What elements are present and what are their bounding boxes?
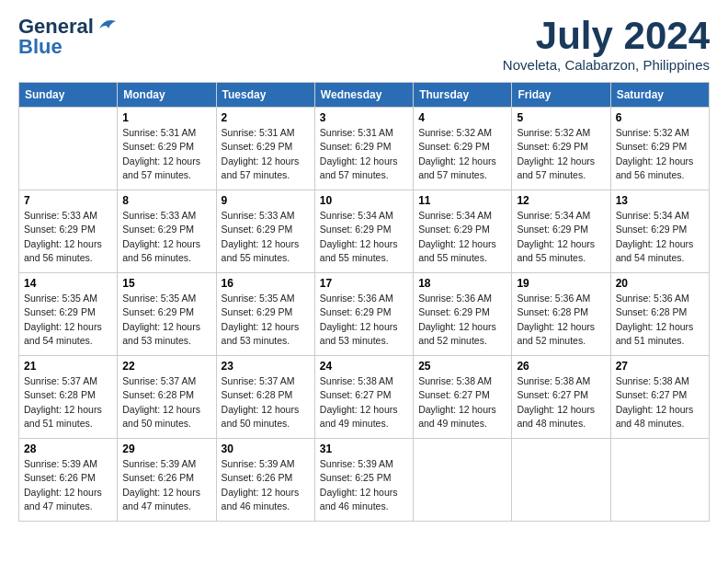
month-title: July 2024 [503,15,710,57]
day-info: Sunrise: 5:35 AMSunset: 6:29 PMDaylight:… [24,292,112,348]
day-cell: 28Sunrise: 5:39 AMSunset: 6:26 PMDayligh… [19,439,118,522]
day-number: 23 [222,360,310,373]
day-number: 8 [122,194,210,207]
day-cell: 12Sunrise: 5:34 AMSunset: 6:29 PMDayligh… [512,190,610,273]
day-number: 15 [122,277,210,290]
header-friday: Friday [512,83,610,108]
day-cell: 13Sunrise: 5:34 AMSunset: 6:29 PMDayligh… [610,190,709,273]
header-wednesday: Wednesday [314,83,413,108]
day-cell [19,108,118,190]
header-thursday: Thursday [414,83,512,108]
day-number: 16 [222,277,310,290]
day-info: Sunrise: 5:38 AMSunset: 6:27 PMDaylight:… [320,374,408,431]
day-info: Sunrise: 5:37 AMSunset: 6:28 PMDaylight:… [24,374,112,431]
day-number: 22 [122,360,210,373]
day-cell: 26Sunrise: 5:38 AMSunset: 6:27 PMDayligh… [512,356,610,439]
day-info: Sunrise: 5:38 AMSunset: 6:27 PMDaylight:… [517,374,605,431]
day-info: Sunrise: 5:31 AMSunset: 6:29 PMDaylight:… [320,126,408,182]
day-number: 6 [616,111,704,124]
day-cell: 29Sunrise: 5:39 AMSunset: 6:26 PMDayligh… [118,439,216,522]
day-number: 4 [418,111,506,124]
week-row-1: 1Sunrise: 5:31 AMSunset: 6:29 PMDaylight… [19,108,710,190]
week-row-3: 14Sunrise: 5:35 AMSunset: 6:29 PMDayligh… [19,273,710,356]
title-area: July 2024 Noveleta, Calabarzon, Philippi… [503,15,710,73]
day-number: 27 [616,360,704,373]
day-info: Sunrise: 5:31 AMSunset: 6:29 PMDaylight:… [122,126,210,182]
logo-blue: Blue [18,35,63,59]
day-cell: 16Sunrise: 5:35 AMSunset: 6:29 PMDayligh… [216,273,314,356]
day-info: Sunrise: 5:31 AMSunset: 6:29 PMDaylight:… [222,126,310,182]
day-number: 12 [517,194,605,207]
header-monday: Monday [118,83,216,108]
day-number: 18 [418,277,506,290]
day-info: Sunrise: 5:37 AMSunset: 6:28 PMDaylight:… [122,374,210,431]
day-number: 14 [24,277,112,290]
header: General Blue July 2024 Noveleta, Calabar… [18,15,710,73]
day-number: 24 [320,360,408,373]
day-number: 29 [122,442,210,455]
day-info: Sunrise: 5:36 AMSunset: 6:29 PMDaylight:… [320,292,408,348]
day-info: Sunrise: 5:38 AMSunset: 6:27 PMDaylight:… [616,374,704,431]
day-info: Sunrise: 5:34 AMSunset: 6:29 PMDaylight:… [517,209,605,265]
day-cell: 9Sunrise: 5:33 AMSunset: 6:29 PMDaylight… [216,190,314,273]
week-row-4: 21Sunrise: 5:37 AMSunset: 6:28 PMDayligh… [19,356,710,439]
day-number: 28 [24,442,112,455]
day-info: Sunrise: 5:33 AMSunset: 6:29 PMDaylight:… [222,209,310,265]
day-number: 5 [517,111,605,124]
location-title: Noveleta, Calabarzon, Philippines [503,57,710,73]
day-number: 25 [418,360,506,373]
day-cell: 25Sunrise: 5:38 AMSunset: 6:27 PMDayligh… [414,356,512,439]
day-number: 17 [320,277,408,290]
day-cell: 20Sunrise: 5:36 AMSunset: 6:28 PMDayligh… [610,273,709,356]
day-info: Sunrise: 5:36 AMSunset: 6:29 PMDaylight:… [418,292,506,348]
day-info: Sunrise: 5:39 AMSunset: 6:26 PMDaylight:… [222,457,310,513]
day-info: Sunrise: 5:37 AMSunset: 6:28 PMDaylight:… [222,374,310,431]
day-cell: 8Sunrise: 5:33 AMSunset: 6:29 PMDaylight… [118,190,216,273]
day-cell: 4Sunrise: 5:32 AMSunset: 6:29 PMDaylight… [414,108,512,190]
day-cell: 22Sunrise: 5:37 AMSunset: 6:28 PMDayligh… [118,356,216,439]
day-number: 7 [24,194,112,207]
day-info: Sunrise: 5:36 AMSunset: 6:28 PMDaylight:… [616,292,704,348]
day-cell [512,439,610,522]
day-cell: 5Sunrise: 5:32 AMSunset: 6:29 PMDaylight… [512,108,610,190]
day-number: 13 [616,194,704,207]
day-cell: 23Sunrise: 5:37 AMSunset: 6:28 PMDayligh… [216,356,314,439]
day-info: Sunrise: 5:33 AMSunset: 6:29 PMDaylight:… [24,209,112,265]
day-cell: 27Sunrise: 5:38 AMSunset: 6:27 PMDayligh… [610,356,709,439]
header-sunday: Sunday [19,83,118,108]
day-cell: 24Sunrise: 5:38 AMSunset: 6:27 PMDayligh… [314,356,413,439]
day-info: Sunrise: 5:34 AMSunset: 6:29 PMDaylight:… [616,209,704,265]
day-info: Sunrise: 5:34 AMSunset: 6:29 PMDaylight:… [418,209,506,265]
day-cell [414,439,512,522]
day-info: Sunrise: 5:33 AMSunset: 6:29 PMDaylight:… [122,209,210,265]
day-cell [610,439,709,522]
day-number: 11 [418,194,506,207]
day-info: Sunrise: 5:32 AMSunset: 6:29 PMDaylight:… [418,126,506,182]
day-cell: 21Sunrise: 5:37 AMSunset: 6:28 PMDayligh… [19,356,118,439]
day-cell: 10Sunrise: 5:34 AMSunset: 6:29 PMDayligh… [314,190,413,273]
day-cell: 7Sunrise: 5:33 AMSunset: 6:29 PMDaylight… [19,190,118,273]
day-cell: 15Sunrise: 5:35 AMSunset: 6:29 PMDayligh… [118,273,216,356]
day-number: 31 [320,442,408,455]
day-cell: 30Sunrise: 5:39 AMSunset: 6:26 PMDayligh… [216,439,314,522]
day-info: Sunrise: 5:36 AMSunset: 6:28 PMDaylight:… [517,292,605,348]
header-tuesday: Tuesday [216,83,314,108]
day-cell: 3Sunrise: 5:31 AMSunset: 6:29 PMDaylight… [314,108,413,190]
day-number: 19 [517,277,605,290]
day-number: 10 [320,194,408,207]
day-info: Sunrise: 5:39 AMSunset: 6:25 PMDaylight:… [320,457,408,513]
calendar-header-row: SundayMondayTuesdayWednesdayThursdayFrid… [19,83,710,108]
day-info: Sunrise: 5:39 AMSunset: 6:26 PMDaylight:… [122,457,210,513]
day-cell: 31Sunrise: 5:39 AMSunset: 6:25 PMDayligh… [314,439,413,522]
day-info: Sunrise: 5:35 AMSunset: 6:29 PMDaylight:… [122,292,210,348]
day-info: Sunrise: 5:32 AMSunset: 6:29 PMDaylight:… [616,126,704,182]
day-cell: 17Sunrise: 5:36 AMSunset: 6:29 PMDayligh… [314,273,413,356]
header-saturday: Saturday [610,83,709,108]
day-number: 9 [222,194,310,207]
day-info: Sunrise: 5:34 AMSunset: 6:29 PMDaylight:… [320,209,408,265]
day-number: 20 [616,277,704,290]
calendar-table: SundayMondayTuesdayWednesdayThursdayFrid… [18,82,710,522]
day-number: 3 [320,111,408,124]
day-number: 2 [222,111,310,124]
day-cell: 6Sunrise: 5:32 AMSunset: 6:29 PMDaylight… [610,108,709,190]
